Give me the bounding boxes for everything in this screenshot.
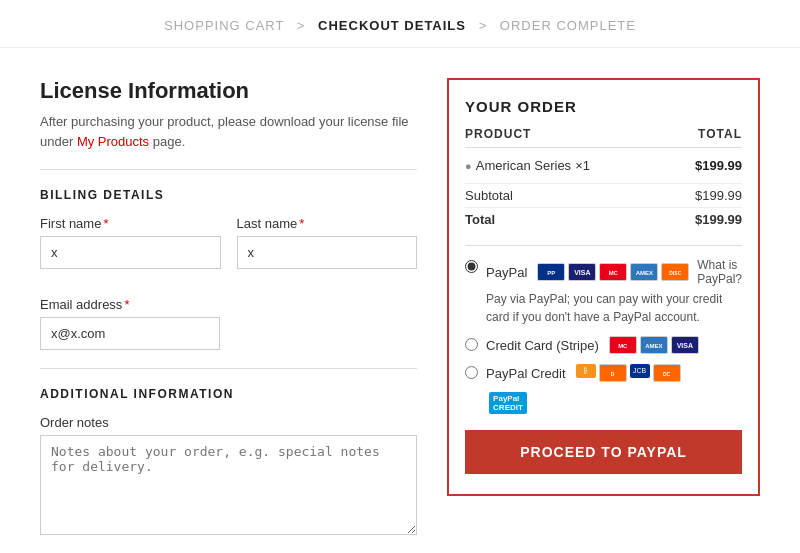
license-desc-text2: page. [153, 134, 186, 149]
email-required: * [124, 297, 129, 312]
order-item-name: ● American Series ×1 [465, 158, 590, 173]
paypal-label-row: PayPal PP VISA MC AMEX DISC What is PayP… [486, 258, 742, 286]
first-name-input[interactable] [40, 236, 221, 269]
paypal-credit-radio[interactable] [465, 366, 478, 379]
last-name-required: * [299, 216, 304, 231]
paypal-option: PayPal PP VISA MC AMEX DISC What is PayP… [465, 258, 742, 326]
paypal-credit-icons: ₿ D JCB DC [576, 364, 681, 382]
discover-icon: DISC [661, 263, 689, 281]
amex-icon: AMEX [630, 263, 658, 281]
first-name-group: First name* [40, 216, 221, 269]
search-icon: ● [465, 160, 472, 172]
email-label: Email address* [40, 297, 417, 312]
pc-disc-icon: DC [653, 364, 681, 382]
credit-card-icons: MC AMEX VISA [609, 336, 699, 354]
last-name-label: Last name* [237, 216, 418, 231]
paypal-credit-logo: PayPalCREDIT [489, 392, 527, 414]
paypal-radio[interactable] [465, 260, 478, 273]
additional-title: ADDITIONAL INFORMATION [40, 387, 417, 401]
paypal-credit-option: PayPal Credit ₿ D JCB DC [465, 364, 742, 382]
proceed-button[interactable]: PROCEED TO PAYPAL [465, 430, 742, 474]
order-notes-input[interactable] [40, 435, 417, 535]
last-name-input[interactable] [237, 236, 418, 269]
email-input[interactable] [40, 317, 220, 350]
paypal-card-icons: PP VISA MC AMEX DISC [537, 263, 689, 281]
divider-2 [40, 368, 417, 369]
paypal-credit-label-row: PayPal Credit ₿ D JCB DC [486, 364, 680, 382]
order-title: YOUR ORDER [465, 98, 742, 115]
total-value: $199.99 [695, 212, 742, 227]
pc-discover-icon: D [599, 364, 627, 382]
right-column: YOUR ORDER PRODUCT TOTAL ● American Seri… [447, 78, 760, 549]
col-total: TOTAL [698, 127, 742, 141]
billing-title: BILLING DETAILS [40, 188, 417, 202]
jcb-icon: JCB [630, 364, 650, 378]
total-label: Total [465, 212, 495, 227]
main-container: License Information After purchasing you… [0, 48, 800, 553]
paypal-icon: PP [537, 263, 565, 281]
subtotal-label: Subtotal [465, 188, 513, 203]
license-description: After purchasing your product, please do… [40, 112, 417, 151]
credit-card-label-row: Credit Card (Stripe) MC AMEX VISA [486, 336, 699, 354]
license-title: License Information [40, 78, 417, 104]
subtotal-value: $199.99 [695, 188, 742, 203]
order-item: ● American Series ×1 $199.99 [465, 158, 742, 173]
item-qty: ×1 [575, 158, 590, 173]
subtotal-row: Subtotal $199.99 [465, 183, 742, 207]
paypal-details: PayPal PP VISA MC AMEX DISC What is PayP… [486, 258, 742, 326]
paypal-label: PayPal [486, 265, 527, 280]
payment-section: PayPal PP VISA MC AMEX DISC What is PayP… [465, 245, 742, 414]
paypal-credit-label: PayPal Credit [486, 366, 565, 381]
paypal-description: Pay via PayPal; you can pay with your cr… [486, 290, 742, 326]
email-group: Email address* [40, 297, 417, 350]
first-name-label: First name* [40, 216, 221, 231]
item-price: $199.99 [695, 158, 742, 173]
mastercard-icon: MC [599, 263, 627, 281]
what-paypal-link[interactable]: What is PayPal? [697, 258, 742, 286]
paypal-credit-logo-container: PayPalCREDIT [489, 392, 742, 414]
cc-mc-icon: MC [609, 336, 637, 354]
breadcrumb-step2: CHECKOUT DETAILS [318, 18, 466, 33]
divider-1 [40, 169, 417, 170]
order-box: YOUR ORDER PRODUCT TOTAL ● American Seri… [447, 78, 760, 496]
my-products-link[interactable]: My Products [77, 134, 149, 149]
breadcrumb-step3: ORDER COMPLETE [500, 18, 636, 33]
order-notes-group: Order notes [40, 415, 417, 535]
item-name: American Series [476, 158, 571, 173]
total-row: Total $199.99 [465, 207, 742, 231]
breadcrumb-step1: SHOPPING CART [164, 18, 284, 33]
credit-card-radio[interactable] [465, 338, 478, 351]
breadcrumb-sep1: > [297, 18, 306, 33]
left-column: License Information After purchasing you… [40, 78, 417, 549]
first-name-required: * [103, 216, 108, 231]
breadcrumb: SHOPPING CART > CHECKOUT DETAILS > ORDER… [0, 0, 800, 48]
cc-visa-icon: VISA [671, 336, 699, 354]
name-row: First name* Last name* [40, 216, 417, 283]
breadcrumb-sep2: > [479, 18, 488, 33]
credit-card-label: Credit Card (Stripe) [486, 338, 599, 353]
order-notes-label: Order notes [40, 415, 417, 430]
visa-icon: VISA [568, 263, 596, 281]
col-product: PRODUCT [465, 127, 531, 141]
order-header: PRODUCT TOTAL [465, 127, 742, 148]
last-name-group: Last name* [237, 216, 418, 269]
bitcoin-icon: ₿ [576, 364, 596, 378]
credit-card-option: Credit Card (Stripe) MC AMEX VISA [465, 336, 742, 354]
cc-amex-icon: AMEX [640, 336, 668, 354]
